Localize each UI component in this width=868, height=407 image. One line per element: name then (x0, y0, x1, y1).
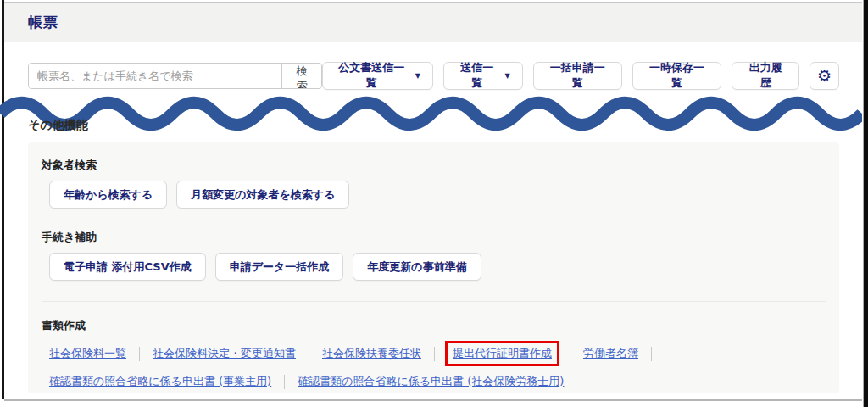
link-submission-proxy-certificate[interactable]: 提出代行証明書作成 (453, 346, 552, 361)
toolbar: 検索 公文書送信一覧 ▼ 送信一覧 ▼ 一括申請一覧 一時保存一覧 出力履歴 ⚙ (28, 61, 839, 90)
official-docs-sent-list-button[interactable]: 公文書送信一覧 ▼ (322, 62, 433, 90)
link-separator (651, 347, 652, 361)
window-border-left (2, 0, 4, 399)
search-input[interactable] (29, 64, 281, 88)
search-monthly-change-targets-button[interactable]: 月額変更の対象者を検索する (176, 181, 349, 209)
document-links-row-1: 社会保険料一覧 社会保険料決定・変更通知書 社会保険扶養委任状 提出代行証明書作… (49, 341, 826, 366)
document-creation-section: 書類作成 社会保険料一覧 社会保険料決定・変更通知書 社会保険扶養委任状 提出代… (42, 318, 826, 389)
link-social-insurance-fee-list[interactable]: 社会保険料一覧 (49, 346, 126, 361)
output-history-button[interactable]: 出力履歴 (732, 62, 799, 90)
link-separator (434, 347, 435, 361)
gear-icon: ⚙ (817, 66, 832, 85)
window-border-bottom (4, 399, 862, 401)
app-window: 帳票 検索 公文書送信一覧 ▼ 送信一覧 ▼ 一括申請一覧 一時保存一覧 出力履… (0, 0, 868, 407)
link-separator (570, 347, 570, 361)
annotation-highlight-box: 提出代行証明書作成 (445, 341, 559, 366)
annual-renewal-prep-button[interactable]: 年度更新の事前準備 (353, 253, 481, 281)
link-separator (309, 347, 309, 361)
other-functions-heading: その他機能 (28, 118, 88, 133)
other-functions-panel: 対象者検索 年齢から検索する 月額変更の対象者を検索する 手続き補助 電子申請 … (28, 142, 839, 393)
link-separator (284, 375, 285, 389)
section-divider (42, 301, 826, 302)
procedure-assist-section: 手続き補助 電子申請 添付用CSV作成 申請データ一括作成 年度更新の事前準備 (42, 230, 826, 281)
target-search-section: 対象者検索 年齢から検索する 月額変更の対象者を検索する (42, 158, 826, 209)
chevron-down-icon: ▼ (415, 72, 420, 80)
wave-divider (0, 88, 862, 139)
settings-button[interactable]: ⚙ (810, 62, 839, 90)
search-group: 検索 (28, 63, 322, 89)
chevron-down-icon: ▼ (505, 72, 510, 80)
bulk-application-data-button[interactable]: 申請データ一括作成 (215, 253, 344, 281)
target-search-title: 対象者検索 (42, 158, 826, 173)
page-title: 帳票 (28, 13, 58, 32)
document-links-row-2: 確認書類の照合省略に係る申出書 (事業主用) 確認書類の照合省略に係る申出書 (… (49, 374, 826, 389)
procedure-assist-title: 手続き補助 (42, 230, 826, 245)
bulk-application-list-button[interactable]: 一括申請一覧 (533, 62, 622, 90)
search-button[interactable]: 検索 (281, 64, 320, 88)
document-creation-title: 書類作成 (42, 318, 826, 333)
e-application-csv-button[interactable]: 電子申請 添付用CSV作成 (49, 253, 206, 281)
link-insurance-decision-change-notice[interactable]: 社会保険料決定・変更通知書 (153, 346, 296, 361)
page-header: 帳票 (4, 3, 862, 42)
link-worker-registry[interactable]: 労働者名簿 (583, 346, 638, 361)
link-verification-omission-sr-consultant[interactable]: 確認書類の照合省略に係る申出書 (社会保険労務士用) (298, 374, 564, 389)
search-by-age-button[interactable]: 年齢から検索する (49, 181, 167, 209)
link-insurance-dependent-proxy[interactable]: 社会保険扶養委任状 (322, 346, 421, 361)
sent-list-button[interactable]: 送信一覧 ▼ (443, 62, 523, 90)
link-verification-omission-employer[interactable]: 確認書類の照合省略に係る申出書 (事業主用) (49, 374, 271, 389)
toolbar-buttons: 公文書送信一覧 ▼ 送信一覧 ▼ 一括申請一覧 一時保存一覧 出力履歴 ⚙ (322, 62, 839, 90)
draft-list-button[interactable]: 一時保存一覧 (632, 62, 721, 90)
window-border-right (863, 0, 868, 407)
link-separator (139, 347, 140, 361)
